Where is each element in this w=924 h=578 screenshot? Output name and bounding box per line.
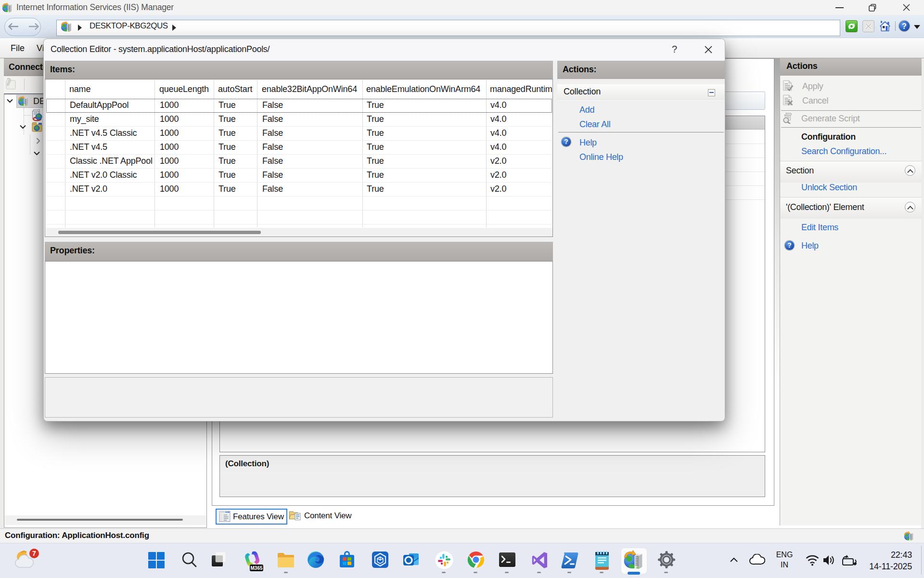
svg-text:7: 7 [32, 550, 36, 557]
svg-text:M365: M365 [250, 565, 262, 571]
svg-text:?: ? [902, 22, 907, 30]
